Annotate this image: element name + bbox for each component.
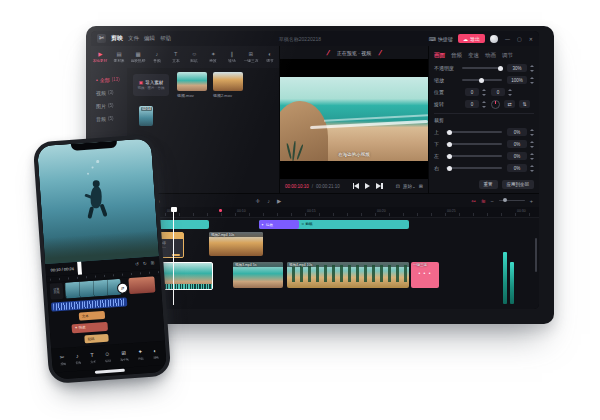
phone-fullscreen-icon[interactable]: ⊞: [150, 260, 154, 265]
import-media-button[interactable]: ▣导入素材 视频 · 图片 · 音频: [133, 74, 169, 96]
position-x-field[interactable]: 0: [465, 88, 479, 96]
reset-button[interactable]: 重置: [479, 180, 498, 189]
crop-right-slider[interactable]: [446, 167, 502, 169]
tool-effects[interactable]: ✦特效: [137, 349, 144, 361]
rotation-stepper[interactable]: [482, 101, 486, 108]
prev-frame-button[interactable]: [353, 183, 360, 189]
tab-text[interactable]: T文本: [166, 51, 185, 63]
tab-trending[interactable]: ▦剪映热榜: [129, 51, 148, 63]
phone-undo-icon[interactable]: ↺: [135, 261, 139, 266]
opacity-slider[interactable]: [462, 67, 502, 69]
menu-file[interactable]: 文件: [128, 35, 139, 42]
sidebar-item-video[interactable]: 视频(3): [91, 86, 127, 99]
overlay-video-clip[interactable]: 视频2.mp4 10s: [209, 232, 263, 256]
tab-adjust[interactable]: ◐调节: [260, 51, 279, 63]
tab-audio-settings[interactable]: 音频: [451, 52, 462, 59]
tab-speed[interactable]: 变速: [468, 52, 479, 59]
crop-left-slider[interactable]: [446, 155, 502, 157]
main-video-clip[interactable]: 视频4.mp4 10s: [287, 262, 409, 288]
record-audio-icon[interactable]: ♪: [267, 198, 270, 204]
phone-video-preview[interactable]: [37, 138, 159, 264]
media-item[interactable]: 视频2.mov: [213, 72, 243, 98]
menu-edit[interactable]: 编辑: [144, 35, 155, 42]
tab-audio[interactable]: ♪音频: [147, 51, 166, 63]
crop-top-slider[interactable]: [446, 131, 502, 133]
tab-picture[interactable]: 画面: [434, 52, 445, 59]
timeline-scrollbar[interactable]: [535, 238, 537, 272]
export-button[interactable]: ☁导出: [458, 34, 485, 43]
fullscreen-icon[interactable]: ⊞: [419, 183, 423, 189]
set-cover-button[interactable]: 设置封面: [50, 283, 64, 300]
media-item[interactable]: 02:14: [139, 106, 153, 126]
phone-redo-icon[interactable]: ↻: [143, 261, 147, 266]
phone-video-clip[interactable]: [128, 276, 155, 294]
scale-slider[interactable]: [462, 79, 502, 81]
play-button[interactable]: [365, 183, 370, 189]
apply-to-all-button[interactable]: 应用到全部: [502, 180, 535, 189]
tab-one-click[interactable]: ⊞一键三连: [241, 51, 260, 63]
phone: 00:10 / 00:24 ↺ ↻ ⊞ 设置封面 ⇄ 文本 ✦ 特效 贴纸 ✂剪…: [33, 134, 172, 384]
avatar[interactable]: [490, 35, 498, 43]
home-indicator[interactable]: [95, 369, 125, 374]
tab-adjustment[interactable]: 调节: [502, 52, 513, 59]
tool-sticker[interactable]: ☺贴纸: [104, 351, 111, 363]
phone-text-clip[interactable]: 文本: [79, 311, 105, 321]
record-screen-icon[interactable]: ▶: [277, 198, 281, 204]
window-maximize-button[interactable]: ▢: [517, 36, 522, 42]
flip-vertical-button[interactable]: ⇅: [519, 100, 530, 108]
flip-horizontal-button[interactable]: ⇄: [504, 100, 515, 108]
playhead[interactable]: [173, 207, 174, 305]
sidebar-item-audio[interactable]: 音频(5): [91, 112, 127, 125]
next-frame-button[interactable]: [376, 183, 383, 189]
tool-text[interactable]: T文本: [89, 352, 96, 364]
tab-transition[interactable]: ∥转场: [223, 51, 242, 63]
rotation-dial[interactable]: [491, 100, 500, 109]
preview-viewport[interactable]: 在海边的小视频: [280, 59, 428, 179]
rotation-field[interactable]: 0: [465, 100, 479, 108]
tab-library[interactable]: ▤素材库: [110, 51, 129, 63]
media-item[interactable]: 视频.mov: [177, 72, 207, 98]
transition-button[interactable]: ⇄: [117, 282, 129, 294]
position-y-field[interactable]: 0: [491, 88, 505, 96]
crop-left-value[interactable]: 0%: [507, 152, 527, 160]
crop-bottom-value[interactable]: 0%: [507, 140, 527, 148]
opacity-value[interactable]: 30%: [507, 64, 527, 72]
timeline-zoom-slider[interactable]: [499, 200, 525, 202]
phone-audio-track[interactable]: [51, 297, 127, 311]
shortcuts-button[interactable]: ⌨快捷键: [429, 36, 453, 42]
tab-animation[interactable]: 动画: [485, 52, 496, 59]
crop-ratio-icon[interactable]: ⊡: [396, 183, 400, 189]
opacity-stepper[interactable]: [530, 65, 534, 72]
magnet-snap-icon[interactable]: ∾: [471, 198, 476, 204]
effect-clip[interactable]: ✦特效: [259, 220, 299, 229]
tab-sticker[interactable]: ☺贴纸: [185, 51, 204, 63]
scale-stepper[interactable]: [530, 77, 534, 84]
sidebar-item-all[interactable]: •全部(13): [91, 73, 127, 86]
phone-video-track[interactable]: [65, 279, 122, 299]
ratio-dropdown[interactable]: 原始⌄: [403, 184, 416, 189]
link-preview-icon[interactable]: ≋: [481, 198, 486, 204]
tab-effects[interactable]: ✦特效: [204, 51, 223, 63]
tool-filter[interactable]: ◐滤镜: [152, 348, 159, 360]
crop-top-value[interactable]: 0%: [507, 128, 527, 136]
position-x-stepper[interactable]: [482, 89, 486, 96]
scale-value[interactable]: 100%: [507, 76, 527, 84]
tool-pip[interactable]: ⊞画中画: [119, 350, 129, 362]
window-minimize-button[interactable]: —: [505, 36, 510, 42]
phone-effect-clip[interactable]: ✦ 特效: [71, 322, 108, 333]
position-y-stepper[interactable]: [508, 89, 512, 96]
menu-help[interactable]: 帮助: [160, 35, 171, 42]
sidebar-item-image[interactable]: 图片(5): [91, 99, 127, 112]
locate-playhead-icon[interactable]: ✛: [256, 198, 261, 204]
phone-sticker-clip[interactable]: 贴纸: [84, 334, 108, 344]
zoom-out-icon[interactable]: −: [491, 198, 494, 204]
tab-local-media[interactable]: ▶本地素材: [91, 51, 110, 63]
window-close-button[interactable]: ✕: [529, 36, 533, 42]
tool-edit[interactable]: ✂剪辑: [59, 354, 66, 366]
outro-clip[interactable]: 一键三连 • • •: [411, 262, 439, 288]
tool-audio[interactable]: ♪音频: [74, 353, 81, 365]
main-video-clip[interactable]: 视频3.mp4 5s: [233, 262, 283, 288]
crop-bottom-slider[interactable]: [446, 143, 502, 145]
zoom-in-icon[interactable]: +: [530, 198, 533, 204]
crop-right-value[interactable]: 0%: [507, 164, 527, 172]
